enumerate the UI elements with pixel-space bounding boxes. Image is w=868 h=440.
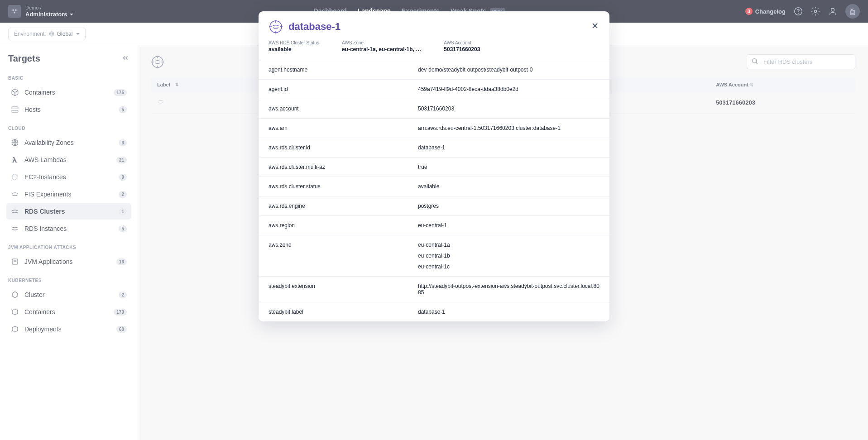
attr-value: eu-central-1 [418, 222, 599, 229]
attr-value: database-1 [418, 144, 599, 151]
attr-key: aws.zone [269, 242, 418, 270]
attr-row: aws.zoneeu-central-1aeu-central-1beu-cen… [259, 235, 609, 276]
attr-row: aws.rds.cluster.statusavailable [259, 177, 609, 196]
attr-value: database-1 [418, 309, 599, 315]
attr-value: arn:aws:rds:eu-central-1:503171660203:cl… [418, 125, 599, 131]
modal-title: database-1 [288, 21, 340, 33]
attr-key: agent.hostname [269, 67, 418, 73]
modal-overlay[interactable]: database-1 AWS RDS Cluster Status availa… [0, 0, 868, 440]
attr-row: steadybit.extensionhttp://steadybit-outp… [259, 276, 609, 302]
attr-key: aws.rds.cluster.status [269, 183, 418, 190]
meta-status-label: AWS RDS Cluster Status [269, 40, 319, 45]
attr-value: 459a7419-ff9d-4002-8eca-ddaa38db0e2d [418, 86, 599, 92]
meta-status-value: available [269, 46, 319, 53]
meta-account-value: 503171660203 [444, 46, 480, 53]
close-icon[interactable] [590, 21, 599, 32]
attr-value: available [418, 183, 599, 190]
attr-key: aws.arn [269, 125, 418, 131]
attr-value: dev-demo/steadybit-outpost/steadybit-out… [418, 67, 599, 73]
attr-row: aws.rds.cluster.iddatabase-1 [259, 138, 609, 157]
attr-key: aws.rds.cluster.id [269, 144, 418, 151]
attr-key: aws.rds.engine [269, 203, 418, 209]
attr-row: agent.hostnamedev-demo/steadybit-outpost… [259, 60, 609, 79]
attr-row: aws.regioneu-central-1 [259, 215, 609, 235]
attr-value: 503171660203 [418, 105, 599, 112]
attr-row: aws.rds.cluster.multi-aztrue [259, 157, 609, 177]
meta-zone-label: AWS Zone [342, 40, 421, 45]
modal-body[interactable]: agent.hostnamedev-demo/steadybit-outpost… [259, 60, 609, 321]
target-details-modal: database-1 AWS RDS Cluster Status availa… [259, 11, 609, 321]
attr-row: steadybit.labeldatabase-1 [259, 302, 609, 321]
attr-key: steadybit.label [269, 309, 418, 315]
attr-value: eu-central-1aeu-central-1beu-central-1c [418, 242, 599, 270]
target-icon [269, 19, 283, 34]
attr-value: postgres [418, 203, 599, 209]
attr-row: aws.rds.enginepostgres [259, 196, 609, 215]
attr-row: aws.arnarn:aws:rds:eu-central-1:50317166… [259, 118, 609, 138]
meta-zone-value: eu-central-1a, eu-central-1b, … [342, 46, 421, 53]
attr-key: aws.rds.cluster.multi-az [269, 164, 418, 170]
attr-key: aws.region [269, 222, 418, 229]
attr-value: http://steadybit-outpost-extension-aws.s… [418, 283, 599, 296]
meta-account-label: AWS Account [444, 40, 480, 45]
attr-key: steadybit.extension [269, 283, 418, 296]
attr-row: aws.account503171660203 [259, 99, 609, 118]
attr-row: agent.id459a7419-ff9d-4002-8eca-ddaa38db… [259, 79, 609, 99]
attr-key: agent.id [269, 86, 418, 92]
attr-value: true [418, 164, 599, 170]
attr-key: aws.account [269, 105, 418, 112]
